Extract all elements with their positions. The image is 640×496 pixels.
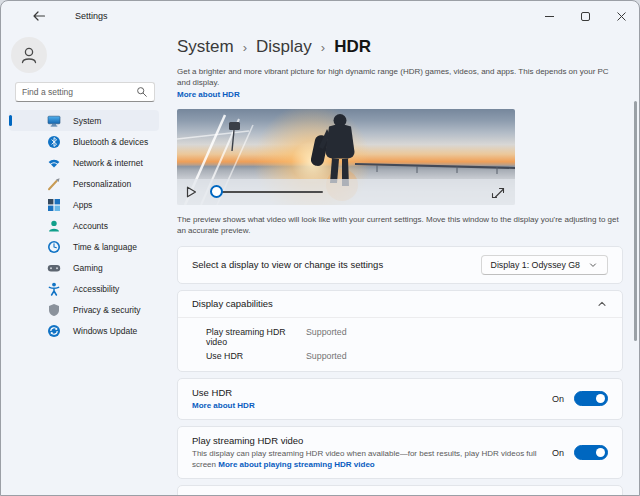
preview-note: The preview shows what video will look l… [177,214,623,237]
auto-hdr-card: Auto HDR Get a brighter and more detaile… [177,485,623,496]
sidebar-nav: System Bluetooth & devices Network & int… [1,110,167,341]
sidebar-item-label: Personalization [73,179,131,189]
minimize-icon [544,11,555,22]
display-capabilities-title: Display capabilities [192,298,273,309]
user-icon [18,44,40,66]
display-selector-label: Select a display to view or change its s… [192,259,383,270]
toggle-knob [596,394,605,403]
settings-window: Settings [0,0,640,496]
seek-thumb[interactable] [210,185,223,198]
toggle-knob [596,448,605,457]
sidebar-item-label: Bluetooth & devices [73,137,148,147]
display-capabilities-card: Display capabilities Play streaming HDR … [177,290,623,372]
play-streaming-more-link[interactable]: More about playing streaming HDR video [218,460,374,469]
more-about-hdr-link[interactable]: More about HDR [177,89,623,100]
seek-track[interactable] [211,191,323,193]
window-title: Settings [75,11,108,21]
page-description: Get a brighter and more vibrant picture … [177,66,623,101]
capabilities-list: Play streaming HDR video Supported Use H… [178,318,622,371]
capability-row: Use HDR Supported [178,349,622,363]
display-selector-value: Display 1: Odyssey G8 [491,260,580,270]
use-hdr-toggle[interactable] [574,391,608,406]
capability-row: Play streaming HDR video Supported [178,325,622,349]
video-controls [177,179,515,205]
monitor-icon [47,114,61,128]
controller-icon [47,261,61,275]
sidebar-item-apps[interactable]: Apps [9,194,159,215]
seek-slider[interactable] [211,185,323,199]
back-arrow-icon [32,9,46,23]
apps-grid-icon [47,198,61,212]
back-button[interactable] [31,8,47,24]
chevron-down-icon [588,260,598,270]
fullscreen-icon[interactable] [491,185,505,199]
page-title: HDR [334,37,371,57]
sidebar-item-label: Time & language [73,242,137,252]
use-hdr-card: Use HDR More about HDR On [177,378,623,420]
sidebar-item-label: Network & internet [73,158,143,168]
bluetooth-icon [47,135,61,149]
breadcrumb-system[interactable]: System [177,37,234,57]
sidebar-item-label: Privacy & security [73,305,141,315]
play-icon[interactable] [183,184,199,200]
brush-icon [47,177,61,191]
sidebar-item-privacy-security[interactable]: Privacy & security [9,299,159,320]
maximize-button[interactable] [567,1,603,31]
search-icon [136,86,148,98]
update-icon [47,324,61,338]
capability-value: Supported [306,327,347,347]
minimize-button[interactable] [531,1,567,31]
sidebar-item-label: Accessibility [73,284,119,294]
sidebar-item-windows-update[interactable]: Windows Update [9,320,159,341]
wifi-icon [47,156,61,170]
avatar[interactable] [11,37,47,73]
person-icon [47,219,61,233]
shield-icon [47,303,61,317]
sidebar-item-label: Apps [73,200,92,210]
sidebar-item-time-language[interactable]: Time & language [9,236,159,257]
play-streaming-state: On [552,448,564,458]
search-input[interactable] [22,87,136,97]
sidebar-item-accounts[interactable]: Accounts [9,215,159,236]
sidebar-item-network-internet[interactable]: Network & internet [9,152,159,173]
chevron-up-icon [596,298,608,310]
sidebar-item-label: System [73,116,101,126]
breadcrumb: System › Display › HDR [177,37,623,57]
sidebar-item-personalization[interactable]: Personalization [9,173,159,194]
close-icon [616,11,627,22]
scrollbar-thumb[interactable] [634,101,637,341]
play-streaming-hdr-card: Play streaming HDR video This display ca… [177,426,623,479]
display-capabilities-header[interactable]: Display capabilities [178,291,622,318]
capability-label: Use HDR [206,351,306,361]
sidebar-item-bluetooth-devices[interactable]: Bluetooth & devices [9,131,159,152]
breadcrumb-display[interactable]: Display [256,37,312,57]
capability-label: Play streaming HDR video [206,327,306,347]
breadcrumb-separator: › [243,40,247,55]
use-hdr-state: On [552,394,564,404]
display-selector-dropdown[interactable]: Display 1: Odyssey G8 [481,255,608,275]
search-box[interactable] [15,82,155,102]
sidebar-item-label: Accounts [73,221,108,231]
breadcrumb-separator: › [321,40,325,55]
use-hdr-more-link[interactable]: More about HDR [192,401,255,410]
clock-icon [47,240,61,254]
play-streaming-toggle[interactable] [574,445,608,460]
sidebar-item-accessibility[interactable]: Accessibility [9,278,159,299]
accessibility-icon [47,282,61,296]
close-button[interactable] [603,1,639,31]
main-content: System › Display › HDR Get a brighter an… [167,31,639,496]
sidebar-item-gaming[interactable]: Gaming [9,257,159,278]
use-hdr-title: Use HDR [192,387,538,398]
hdr-video-preview[interactable] [177,109,515,205]
sidebar-item-system[interactable]: System [9,110,159,131]
capability-value: Supported [306,351,347,361]
play-streaming-title: Play streaming HDR video [192,435,538,446]
page-description-text: Get a brighter and more vibrant picture … [177,67,609,87]
sidebar: System Bluetooth & devices Network & int… [1,31,167,496]
titlebar: Settings [1,1,639,31]
sidebar-item-label: Gaming [73,263,103,273]
maximize-icon [580,11,591,22]
display-selector-card: Select a display to view or change its s… [177,246,623,284]
sidebar-item-label: Windows Update [73,326,137,336]
